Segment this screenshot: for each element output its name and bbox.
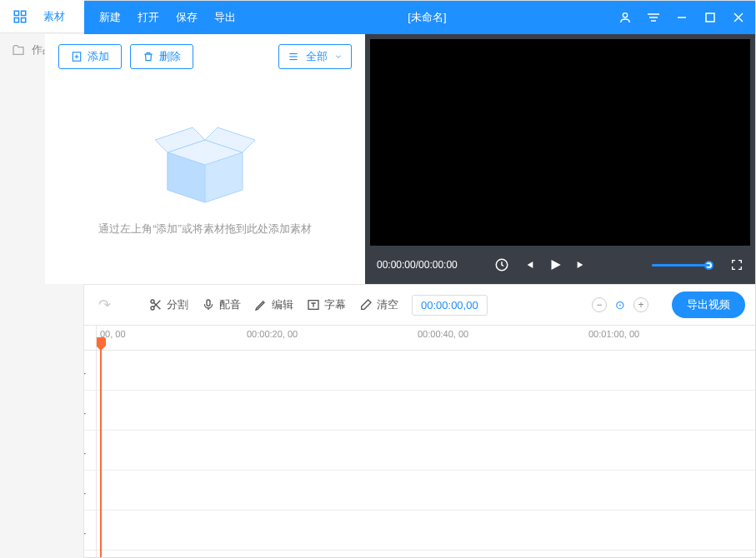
minimize-icon[interactable] [675, 11, 688, 24]
track-row[interactable] [97, 511, 755, 551]
menu-dropdown-icon[interactable] [647, 11, 660, 24]
svg-rect-5 [14, 11, 18, 15]
add-button-label: 添加 [88, 49, 109, 64]
preview-video-area[interactable] [370, 39, 750, 246]
volume-thumb[interactable] [704, 261, 713, 270]
pencil-icon [254, 298, 268, 311]
ruler-mark: 00:00:20, 00 [247, 329, 298, 339]
zoom-controls: − ⊙ + [592, 297, 648, 312]
delete-button[interactable]: 删除 [130, 44, 193, 69]
list-icon [288, 51, 299, 62]
edit-label: 编辑 [272, 297, 293, 312]
time-input[interactable]: 00:00:00,00 [412, 295, 488, 316]
eraser-icon [359, 298, 373, 311]
preview-controls: 00:00:00/00:00:00 [365, 246, 755, 284]
ruler-mark: 00:00:40, 00 [418, 329, 468, 339]
track-row[interactable] [97, 391, 755, 431]
mic-icon [202, 298, 215, 311]
svg-rect-6 [22, 11, 26, 15]
zoom-out-icon[interactable]: − [592, 297, 607, 312]
menu-export[interactable]: 导出 [214, 10, 236, 25]
svg-rect-25 [207, 300, 210, 306]
scissors-icon [149, 298, 163, 311]
dub-button[interactable]: 配音 [202, 297, 241, 312]
text-icon [307, 298, 320, 311]
main-menu: 新建 打开 保存 导出 [99, 10, 236, 25]
fullscreen-icon[interactable] [730, 258, 743, 272]
split-label: 分割 [167, 297, 188, 312]
timeline-body[interactable]: 00, 00 00:00:20, 00 00:00:40, 00 00:01:0… [97, 326, 755, 558]
track-row[interactable] [97, 471, 755, 511]
title-bar: ev剪辑 新建 打开 保存 导出 [未命名] [1, 1, 755, 34]
clear-label: 清空 [377, 297, 398, 312]
edit-button[interactable]: 编辑 [254, 297, 293, 312]
material-toolbar: 添加 删除 全部 [58, 44, 352, 69]
prev-icon[interactable] [521, 257, 536, 272]
playback-controls [494, 257, 589, 272]
preview-panel: 00:00:00/00:00:00 [365, 34, 755, 284]
empty-hint-text: 通过左上角“添加”或将素材拖到此处添加素材 [98, 222, 312, 237]
sidebar-tabs: 素材 [0, 0, 84, 33]
main-area: 素材 作品 添加 删除 全部 [1, 34, 755, 284]
clear-button[interactable]: 清空 [359, 297, 398, 312]
delete-button-label: 删除 [159, 49, 181, 64]
window-title: [未命名] [236, 10, 618, 25]
svg-point-0 [623, 13, 627, 17]
track-row[interactable] [97, 431, 755, 471]
add-file-icon [71, 51, 83, 62]
menu-save[interactable]: 保存 [176, 10, 198, 25]
play-icon[interactable] [548, 257, 563, 272]
time-display: 00:00:00/00:00:00 [377, 259, 458, 271]
export-video-button[interactable]: 导出视频 [672, 291, 745, 318]
svg-rect-2 [706, 13, 714, 22]
grid-tab-icon[interactable] [0, 0, 40, 32]
redo-icon[interactable]: ↷ [98, 296, 111, 314]
loop-icon[interactable] [494, 257, 509, 272]
split-button[interactable]: 分割 [149, 297, 188, 312]
empty-box-icon [151, 115, 259, 207]
maximize-icon[interactable] [703, 11, 717, 24]
playhead[interactable] [100, 344, 102, 558]
close-icon[interactable] [732, 11, 745, 24]
edit-toolbar: 对齐 ↶ ↷ 分割 配音 编辑 字幕 清空 00:00:00,00 − ⊙ + … [1, 284, 755, 326]
svg-rect-8 [22, 17, 26, 22]
filter-label: 全部 [306, 49, 328, 64]
timeline-ruler[interactable]: 00, 00 00:00:20, 00 00:00:40, 00 00:01:0… [97, 326, 755, 351]
empty-state: 通过左上角“添加”或将素材拖到此处添加素材 [58, 77, 352, 274]
trash-icon [143, 51, 154, 62]
add-button[interactable]: 添加 [58, 44, 122, 69]
next-icon[interactable] [574, 257, 589, 272]
zoom-in-icon[interactable]: + [633, 297, 648, 312]
subtitle-label: 字幕 [324, 297, 346, 312]
material-panel: 添加 删除 全部 通过左上角“添加”或 [45, 34, 365, 284]
track-row[interactable] [97, 351, 755, 391]
material-tab[interactable]: 素材 [40, 0, 65, 32]
chevron-down-icon [334, 52, 343, 61]
volume-slider[interactable] [652, 264, 710, 267]
user-icon[interactable] [618, 11, 632, 24]
folder-icon [12, 43, 25, 57]
window-controls [618, 11, 745, 24]
svg-rect-7 [14, 17, 18, 22]
timeline: 视频 + 音乐 + 图片 + 字幕 + 配音 + 00, 00 00:00:20… [1, 326, 755, 558]
dub-label: 配音 [219, 297, 241, 312]
ruler-mark: 00:01:00, 00 [588, 329, 639, 339]
menu-open[interactable]: 打开 [138, 10, 159, 25]
subtitle-button[interactable]: 字幕 [307, 297, 346, 312]
zoom-fit-icon[interactable]: ⊙ [615, 298, 625, 311]
filter-dropdown[interactable]: 全部 [278, 44, 352, 69]
menu-new[interactable]: 新建 [99, 10, 121, 25]
